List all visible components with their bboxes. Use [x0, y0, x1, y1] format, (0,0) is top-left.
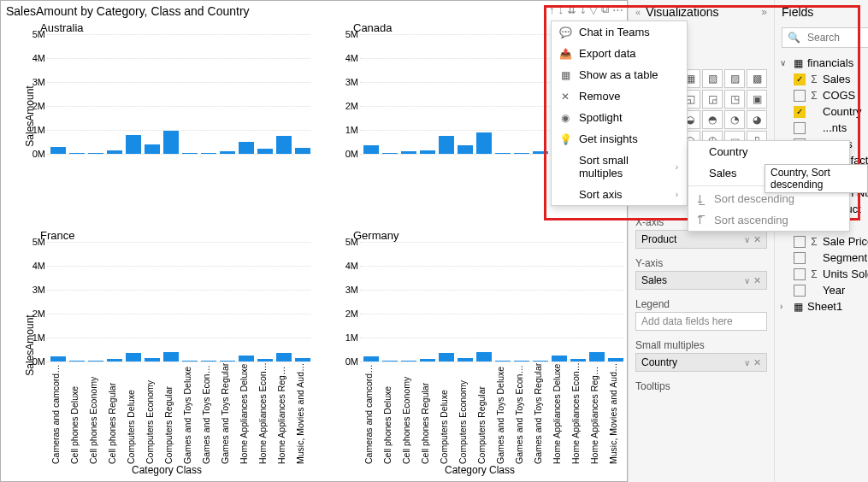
bar[interactable]	[163, 352, 179, 362]
bar[interactable]	[201, 153, 216, 154]
bar[interactable]	[276, 136, 292, 154]
ctx-menu-item[interactable]: ▦Show as a table	[552, 64, 687, 85]
bar[interactable]	[589, 352, 605, 362]
legend-well[interactable]: Add data fields here	[635, 312, 767, 331]
more-options-icon[interactable]: ⋯	[612, 3, 623, 16]
search-input[interactable]	[806, 31, 868, 44]
field-checkbox[interactable]	[794, 90, 806, 102]
field-item[interactable]: ...nts	[778, 120, 868, 136]
bar[interactable]	[69, 153, 85, 154]
expand-hierarchy-icon[interactable]: ⇊	[567, 3, 576, 16]
y-axis-well[interactable]: Sales ∨ ✕	[635, 271, 767, 290]
field-item[interactable]: Segment	[778, 250, 868, 266]
bar[interactable]	[382, 153, 398, 154]
bar[interactable]	[107, 150, 122, 154]
chevron-down-icon[interactable]: ∨	[744, 276, 750, 285]
bar[interactable]	[420, 150, 435, 154]
chat-icon: 💬	[558, 26, 572, 38]
field-checkbox[interactable]	[794, 236, 806, 248]
field-checkbox[interactable]	[794, 268, 806, 280]
ctx-menu-item[interactable]: 💬Chat in Teams	[552, 21, 687, 43]
sort-by-country[interactable]: Country	[688, 141, 849, 162]
ctx-menu-item[interactable]: ◉Spotlight	[552, 107, 687, 128]
filter-icon[interactable]: ▽	[589, 3, 598, 16]
x-tick-label: Cameras and camcorder...	[363, 362, 379, 464]
x-tick-label: Games and Toys Economy	[514, 362, 529, 464]
small-multiples-well[interactable]: Country ∨ ✕	[635, 353, 767, 372]
remove-field-icon[interactable]: ✕	[753, 234, 761, 245]
ctx-menu-item[interactable]: 💡Get insights	[552, 128, 687, 150]
bar[interactable]	[276, 353, 292, 362]
field-checkbox[interactable]: ✓	[794, 106, 806, 118]
field-item[interactable]: ΣSale Price	[778, 233, 868, 250]
search-icon: 🔍	[788, 32, 800, 44]
bar[interactable]	[182, 153, 198, 154]
chevron-down-icon[interactable]: ∨	[744, 235, 750, 244]
y-tick: 5M	[27, 237, 45, 247]
bar[interactable]	[514, 153, 529, 154]
bar[interactable]	[126, 353, 141, 362]
bar[interactable]	[239, 142, 254, 154]
table-header[interactable]: ›▦Sheet1	[778, 298, 868, 314]
bar[interactable]	[220, 151, 235, 154]
bar[interactable]	[50, 147, 66, 154]
focus-mode-icon[interactable]: ⧉	[601, 3, 609, 16]
bar[interactable]	[476, 132, 492, 154]
field-checkbox[interactable]: ✓	[794, 73, 806, 85]
field-item[interactable]: Year	[778, 282, 868, 298]
bar[interactable]	[495, 153, 511, 154]
chevron-down-icon[interactable]: ∨	[744, 358, 750, 367]
bar[interactable]	[88, 153, 103, 154]
bar[interactable]	[126, 135, 141, 154]
remove-field-icon[interactable]: ✕	[753, 275, 761, 286]
bar[interactable]	[439, 353, 454, 362]
sort-ascending[interactable]: ↑̅ Sort ascending	[688, 209, 849, 231]
bar[interactable]	[458, 145, 473, 154]
viz-type-icon[interactable]: ▩	[747, 69, 767, 88]
field-item[interactable]: ✓Country	[778, 103, 868, 120]
bar[interactable]	[439, 136, 454, 154]
bar[interactable]	[239, 356, 254, 362]
field-checkbox[interactable]	[794, 285, 806, 297]
viz-type-icon[interactable]: ◓	[702, 110, 723, 129]
viz-type-icon[interactable]: ◲	[702, 90, 723, 109]
bar[interactable]	[401, 151, 416, 154]
table-header[interactable]: ∨▦financials	[778, 55, 868, 71]
expand-icon[interactable]: ∨	[780, 58, 788, 68]
ctx-menu-item[interactable]: Sort small multiples›	[552, 150, 687, 184]
x-axis-title: Category Class	[23, 464, 310, 476]
field-checkbox[interactable]	[794, 252, 806, 264]
fields-search[interactable]: 🔍	[782, 27, 868, 48]
field-item[interactable]: ΣUnits Sold	[778, 266, 868, 282]
ctx-menu-item[interactable]: Sort axis›	[552, 184, 687, 205]
viz-type-icon[interactable]: ▣	[747, 90, 767, 109]
y-tick: 1M	[27, 125, 45, 135]
next-level-icon[interactable]: ⤵	[580, 3, 586, 16]
ctx-menu-item[interactable]: ✕Remove	[552, 85, 687, 107]
drill-down-icon[interactable]: ↓	[558, 3, 564, 16]
ctx-menu-item[interactable]: 📤Export data	[552, 43, 687, 64]
bar[interactable]	[295, 148, 310, 154]
bar[interactable]	[257, 149, 273, 154]
bar[interactable]	[476, 352, 492, 362]
field-item[interactable]: ΣCOGS	[778, 87, 868, 103]
report-canvas[interactable]: SalesAmount by Category, Class and Count…	[0, 0, 628, 482]
viz-type-icon[interactable]: ◳	[724, 90, 745, 109]
bar[interactable]	[145, 144, 160, 154]
viz-type-icon[interactable]: ◔	[724, 110, 745, 129]
viz-type-icon[interactable]: ▨	[724, 69, 745, 88]
expand-icon[interactable]: ›	[780, 302, 788, 311]
x-axis-well[interactable]: Product ∨ ✕	[635, 230, 767, 249]
viz-type-icon[interactable]: ▧	[702, 69, 723, 88]
bar[interactable]	[533, 151, 548, 154]
drill-up-icon[interactable]: ↑	[549, 3, 555, 16]
bar[interactable]	[163, 131, 179, 154]
pane-expand-icon[interactable]: »	[761, 6, 767, 18]
bar[interactable]	[363, 145, 379, 154]
field-item[interactable]: ✓ΣSales	[778, 71, 868, 87]
pane-collapse-icon[interactable]: «	[635, 7, 641, 17]
remove-field-icon[interactable]: ✕	[753, 357, 761, 368]
bar[interactable]	[552, 356, 567, 362]
viz-type-icon[interactable]: ◕	[747, 110, 767, 129]
field-checkbox[interactable]	[794, 122, 806, 134]
